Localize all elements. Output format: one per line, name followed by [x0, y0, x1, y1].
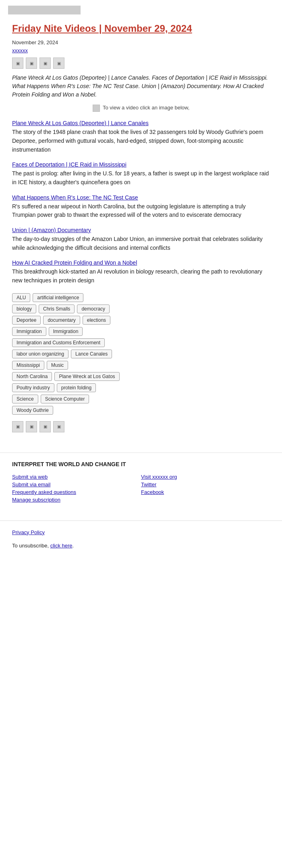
- tags-row-4: Immigration Immigration: [12, 327, 270, 336]
- tag-mississippi[interactable]: Mississippi: [12, 361, 44, 370]
- social-icon-4[interactable]: ▣: [53, 58, 64, 69]
- privacy-policy-link[interactable]: Privacy Policy: [12, 529, 45, 535]
- video-click-text: To view a video click an image below,: [103, 105, 189, 111]
- tag-documentary[interactable]: documentary: [43, 316, 80, 325]
- section-4-desc: The day-to-day struggles of the Amazon L…: [12, 235, 270, 252]
- tags-row-10: Science Science Computer: [12, 395, 270, 403]
- footer-tagline: INTERPRET THE WORLD AND CHANGE IT: [12, 461, 270, 467]
- section-5-link[interactable]: How AI Cracked Protein Folding and Won a…: [12, 259, 270, 266]
- unsubscribe-link[interactable]: click here: [50, 543, 73, 549]
- icon-bottom-img-2: ▣: [30, 424, 33, 429]
- tag-protein-folding[interactable]: protein folding: [57, 383, 96, 392]
- section-1-desc: The story of the 1948 plane crash that t…: [12, 128, 270, 154]
- tag-chris-smalls[interactable]: Chris Smalls: [39, 304, 75, 313]
- tag-biology[interactable]: biology: [12, 304, 36, 313]
- tag-ai[interactable]: artificial intelligence: [33, 293, 83, 302]
- unsubscribe-line: To unsubscribe, click here.: [0, 539, 282, 557]
- social-icon-bottom-2[interactable]: ▣: [26, 421, 37, 432]
- video-click-notice: To view a video click an image below,: [12, 105, 270, 112]
- tag-labor-union[interactable]: labor union organizing: [12, 350, 68, 358]
- social-icon-2[interactable]: ▣: [26, 58, 37, 69]
- icon-bottom-img-4: ▣: [57, 424, 61, 429]
- submit-web-link[interactable]: Submit via web: [12, 474, 141, 480]
- tag-music[interactable]: Music: [47, 361, 68, 370]
- tags-row-7: Mississippi Music: [12, 361, 270, 370]
- tag-elections[interactable]: elections: [83, 316, 110, 325]
- social-icon-bottom-4[interactable]: ▣: [53, 421, 64, 432]
- facebook-link[interactable]: Facebook: [141, 489, 270, 495]
- tag-plane-wreck[interactable]: Plane Wreck at Los Gatos: [54, 372, 119, 381]
- icon-bottom-img-1: ▣: [16, 424, 20, 429]
- main-content: Friday Nite Videos | November 29, 2024 N…: [0, 18, 282, 453]
- manage-subscription-link[interactable]: Manage subscription: [12, 497, 141, 503]
- footer-cols: Submit via web Submit via email Frequent…: [12, 474, 270, 504]
- unsubscribe-suffix: .: [73, 543, 74, 549]
- privacy-line: Privacy Policy: [0, 525, 282, 539]
- social-icon-bottom-3[interactable]: ▣: [39, 421, 51, 432]
- logo-image: [8, 6, 81, 14]
- tags-row-5: Immigration and Customs Enforcement: [12, 338, 270, 347]
- tag-immigration-1[interactable]: Immigration: [12, 327, 46, 336]
- social-icon-bottom-1[interactable]: ▣: [12, 421, 23, 432]
- tags-row-8: North Carolina Plane Wreck at Los Gatos: [12, 372, 270, 381]
- newsletter-title[interactable]: Friday Nite Videos | November 29, 2024: [12, 22, 270, 35]
- tag-north-carolina[interactable]: North Carolina: [12, 372, 52, 381]
- unsubscribe-prefix: To unsubscribe,: [12, 543, 50, 549]
- tag-alu[interactable]: ALU: [12, 293, 30, 302]
- twitter-link[interactable]: Twitter: [141, 481, 270, 487]
- section-2: Faces of Deportation | ICE Raid in Missi…: [12, 161, 270, 187]
- section-3: What Happens When R's Lose: The NC Test …: [12, 194, 270, 220]
- section-1: Plane Wreck At Los Gatos (Deportee) | La…: [12, 120, 270, 154]
- tag-ice[interactable]: Immigration and Customs Enforcement: [12, 338, 105, 347]
- tags-row-11: Woody Guthrie: [12, 406, 270, 415]
- submit-email-link[interactable]: Submit via email: [12, 481, 141, 487]
- section-5-desc: This breakthrough kick-started an AI rev…: [12, 267, 270, 285]
- tag-woody-guthrie[interactable]: Woody Guthrie: [12, 406, 53, 415]
- divider-1: [0, 520, 282, 521]
- tag-poultry[interactable]: Poultry industry: [12, 383, 54, 392]
- tags-area: ALU artificial intelligence biology Chri…: [12, 293, 270, 415]
- tags-row-3: Deportee documentary elections: [12, 316, 270, 325]
- section-1-link[interactable]: Plane Wreck At Los Gatos (Deportee) | La…: [12, 120, 270, 126]
- social-icon-3[interactable]: ▣: [39, 58, 51, 69]
- intro-text: Plane Wreck At Los Gatos (Deportee) | La…: [12, 74, 270, 99]
- tags-row-2: biology Chris Smalls democracy: [12, 304, 270, 313]
- icon-img-3: ▣: [44, 61, 47, 66]
- section-4: Union | (Amazon) Documentary The day-to-…: [12, 227, 270, 252]
- icon-img-2: ▣: [30, 61, 33, 66]
- footer-col-left: Submit via web Submit via email Frequent…: [12, 474, 141, 504]
- section-4-link[interactable]: Union | (Amazon) Documentary: [12, 227, 270, 233]
- section-3-link[interactable]: What Happens When R's Lose: The NC Test …: [12, 194, 270, 201]
- social-icons-top: ▣ ▣ ▣ ▣: [12, 58, 270, 69]
- social-icon-1[interactable]: ▣: [12, 58, 23, 69]
- newsletter-title-link[interactable]: Friday Nite Videos | November 29, 2024: [12, 23, 192, 34]
- section-5: How AI Cracked Protein Folding and Won a…: [12, 259, 270, 285]
- header-logo: [0, 0, 282, 18]
- icon-bottom-img-3: ▣: [44, 424, 47, 429]
- sections-container: Plane Wreck At Los Gatos (Deportee) | La…: [12, 120, 270, 285]
- social-icons-bottom: ▣ ▣ ▣ ▣: [12, 421, 270, 432]
- icon-img-4: ▣: [57, 61, 61, 66]
- tag-lance-canales[interactable]: Lance Canales: [71, 350, 112, 358]
- tag-democracy[interactable]: democracy: [77, 304, 110, 313]
- visit-org-link[interactable]: Visit xxxxxx org: [141, 474, 270, 480]
- section-2-desc: The past is prolog: after living in the …: [12, 169, 270, 187]
- footer-col-right: Visit xxxxxx org Twitter Facebook: [141, 474, 270, 504]
- section-3-desc: R's suffered a near wipeout in North Car…: [12, 202, 270, 220]
- footer-section: INTERPRET THE WORLD AND CHANGE IT Submit…: [0, 453, 282, 516]
- tags-row-6: labor union organizing Lance Canales: [12, 350, 270, 358]
- tag-science-computer[interactable]: Science Computer: [41, 395, 89, 403]
- tag-deportee[interactable]: Deportee: [12, 316, 41, 325]
- view-online-link[interactable]: xxxxxx: [12, 47, 28, 53]
- tag-science[interactable]: Science: [12, 395, 38, 403]
- date-line: November 29, 2024: [12, 39, 270, 45]
- icon-img-1: ▣: [16, 61, 20, 66]
- faq-link[interactable]: Frequently asked questions: [12, 489, 141, 495]
- tags-row-1: ALU artificial intelligence: [12, 293, 270, 302]
- tag-immigration-2[interactable]: Immigration: [49, 327, 83, 336]
- video-icon: [93, 105, 100, 112]
- tags-row-9: Poultry industry protein folding: [12, 383, 270, 392]
- view-online[interactable]: xxxxxx: [12, 47, 270, 53]
- section-2-link[interactable]: Faces of Deportation | ICE Raid in Missi…: [12, 161, 270, 168]
